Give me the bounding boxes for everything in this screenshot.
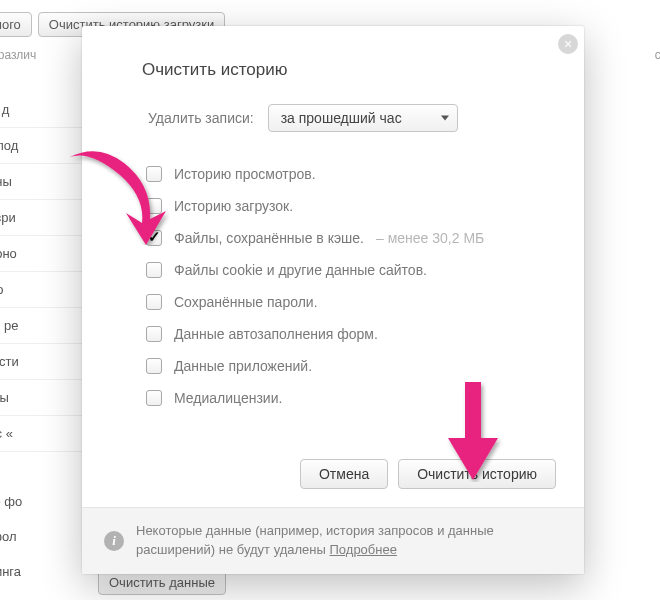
learn-more-link[interactable]: Подробнее [330, 542, 397, 557]
list-item: нять парол [0, 519, 90, 554]
timerange-value: за прошедший час [281, 110, 402, 126]
checkbox[interactable] [146, 294, 162, 310]
option-extra: – менее 30,2 МБ [376, 230, 484, 246]
option-label: Данные приложений. [174, 358, 312, 374]
option-autofill[interactable]: Данные автозаполнения форм. [146, 318, 554, 350]
list-item: су подозри [0, 200, 90, 236]
list-item: олнение фо [0, 484, 90, 519]
option-cookies[interactable]: Файлы cookie и другие данные сайтов. [146, 254, 554, 286]
option-label: Файлы, сохранённые в кэше. [174, 230, 364, 246]
option-label: Историю загрузок. [174, 198, 293, 214]
checkbox[interactable] [146, 326, 162, 342]
cancel-button[interactable]: Отмена [300, 459, 388, 489]
checkbox[interactable] [146, 262, 162, 278]
footer-text: Некоторые данные (например, история запр… [136, 522, 562, 560]
option-label: Данные автозаполнения форм. [174, 326, 378, 342]
list-item: вводе но [0, 272, 90, 308]
option-label: Файлы cookie и другие данные сайтов. [174, 262, 427, 278]
checkbox[interactable] [146, 390, 162, 406]
info-icon: i [104, 531, 124, 551]
checkbox[interactable] [146, 230, 162, 246]
list-item: от вредоно [0, 236, 90, 272]
option-passwords[interactable]: Сохранённые пароли. [146, 286, 554, 318]
list-item: сковые под [0, 128, 90, 164]
clear-history-button[interactable]: Очистить историю [398, 459, 556, 489]
option-app-data[interactable]: Данные приложений. [146, 350, 554, 382]
clear-options: Историю просмотров. Историю загрузок. Фа… [146, 158, 554, 414]
option-download-history[interactable]: Историю загрузок. [146, 190, 554, 222]
checkbox[interactable] [146, 358, 162, 374]
checkbox[interactable] [146, 166, 162, 182]
delete-label: Удалить записи: [148, 110, 254, 126]
dialog-actions: Отмена Очистить историю [82, 449, 584, 507]
list-item: рующую ре [0, 308, 90, 344]
dialog-footer: i Некоторые данные (например, история за… [82, 507, 584, 574]
timerange-select[interactable]: за прошедший час [268, 104, 458, 132]
bg-button-partial[interactable]: мого [0, 12, 32, 37]
list-item: сервису д [0, 92, 90, 128]
dialog-title: Очистить историю [142, 60, 554, 80]
timerange-row: Удалить записи: за прошедший час [142, 104, 554, 132]
bg-note-right: сти вам не ну [655, 48, 660, 62]
clear-history-dialog: × Очистить историю Удалить записи: за пр… [82, 26, 584, 574]
bg-settings-list: сервису д сковые под ать данны су подозр… [0, 92, 90, 589]
list-item: й запрос « [0, 416, 90, 452]
option-media-licenses[interactable]: Медиалицензии. [146, 382, 554, 414]
option-cache[interactable]: Файлы, сохранённые в кэше. – менее 30,2 … [146, 222, 554, 254]
option-label: Сохранённые пароли. [174, 294, 318, 310]
option-label: Историю просмотров. [174, 166, 316, 182]
option-browsing-history[interactable]: Историю просмотров. [146, 158, 554, 190]
list-item: ать данны [0, 164, 90, 200]
dialog-body: Очистить историю Удалить записи: за прош… [82, 26, 584, 449]
option-label: Медиалицензии. [174, 390, 282, 406]
checkbox[interactable] [146, 198, 162, 214]
list-item: су статисти [0, 344, 90, 380]
bg-note-left: вать различ [0, 48, 36, 62]
list-item: су отчёты [0, 380, 90, 416]
list-item: от фишинга [0, 554, 90, 589]
close-icon[interactable]: × [558, 34, 578, 54]
